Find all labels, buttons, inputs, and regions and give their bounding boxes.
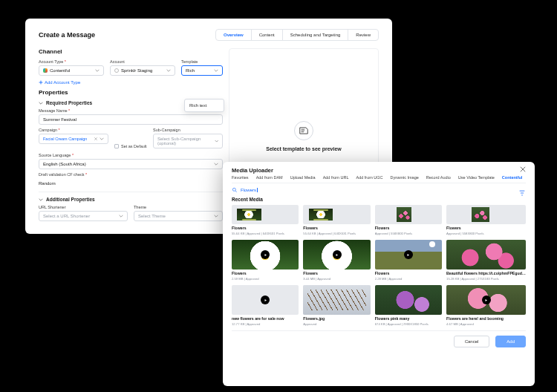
chevron-down-icon <box>214 214 218 218</box>
tab-add-from-url[interactable]: Add from URL <box>323 175 349 180</box>
tab-video-template[interactable]: Use Video Template <box>458 175 495 180</box>
play-icon <box>333 250 342 259</box>
filter-button[interactable] <box>518 186 526 194</box>
media-card[interactable]: Flowers are here! and booming4.67 MB | A… <box>446 285 526 326</box>
tab-add-from-dam[interactable]: Add from DAM <box>256 175 283 180</box>
subcampaign-label: Sub-Campaign <box>153 128 223 132</box>
source-language-label: Source Language * <box>39 153 223 157</box>
media-card[interactable]: FlowersApproved | 558X800 Pixels <box>375 205 442 235</box>
media-card[interactable]: Flowers55.64 KB | Approved | 640X631 Pix… <box>232 205 299 235</box>
message-name-input[interactable]: Summer Festival <box>39 114 223 125</box>
properties-heading: Properties <box>39 89 223 96</box>
add-account-type-link[interactable]: Add Account Type <box>39 80 223 85</box>
subcampaign-select[interactable]: Select Sub-Campaign (optional) <box>153 134 223 148</box>
tab-review[interactable]: Review <box>348 30 378 40</box>
account-select[interactable]: Sprinklr Staging <box>110 65 175 76</box>
template-placeholder-icon <box>294 121 313 140</box>
chevron-down-icon <box>166 68 171 73</box>
step-tabs: Overview Content Scheduling and Targetin… <box>215 29 379 41</box>
tab-add-from-ugc[interactable]: Add from UGC <box>356 175 383 180</box>
preview-empty-text: Select template to see preview <box>266 146 342 151</box>
account-type-label: Account Type * <box>39 59 104 64</box>
play-icon <box>404 250 413 259</box>
uploader-tabs: Favorites Add from DAM Upload Media Add … <box>232 175 526 183</box>
media-card[interactable]: Flowers2.59 MB | Approved <box>232 240 299 281</box>
media-card[interactable]: Flowers55.64 KB | Approved | 640X631 Pix… <box>303 205 370 235</box>
add-button[interactable]: Add <box>495 336 526 347</box>
channel-heading: Channel <box>39 48 223 55</box>
account-type-select[interactable]: Contentful <box>39 65 104 76</box>
account-avatar-icon <box>114 68 119 73</box>
tab-contentful[interactable]: Contentful <box>502 175 523 180</box>
template-select[interactable]: Rich <box>181 65 223 76</box>
play-icon <box>261 295 270 304</box>
uploader-title: Media Uploader <box>232 167 273 174</box>
media-card[interactable]: Flowers.jpgApproved <box>303 285 370 326</box>
recent-media-heading: Recent Media <box>232 197 526 202</box>
close-button[interactable] <box>520 166 526 174</box>
media-card[interactable]: Beautiful flowers https://t.co/phmFPEgud… <box>446 240 526 281</box>
chevron-down-icon <box>39 197 43 202</box>
theme-select[interactable]: Select Theme <box>134 211 223 221</box>
theme-label: Theme <box>134 205 223 209</box>
draft-validation-select[interactable]: Random <box>39 178 223 189</box>
media-card[interactable]: Flowers pink many674 KB | Approved | 290… <box>375 285 442 326</box>
campaign-label: Campaign * <box>39 128 108 132</box>
plus-icon <box>39 80 43 85</box>
url-shortener-label: URL Shortener <box>39 205 128 209</box>
chevron-down-icon <box>39 101 43 105</box>
tab-dynamic-image[interactable]: Dynamic Image <box>391 175 419 180</box>
cancel-button[interactable]: Cancel <box>454 336 490 347</box>
tab-content[interactable]: Content <box>252 30 283 40</box>
page-title: Create a Message <box>39 31 95 39</box>
form-column: Channel Account Type * Contentful Accoun… <box>39 48 223 223</box>
additional-properties-header[interactable]: Additional Properties <box>39 197 223 202</box>
source-language-select[interactable]: English (South Africa) <box>39 159 223 169</box>
campaign-select[interactable]: Facial Cream Campaign <box>39 134 108 144</box>
tab-record-audio[interactable]: Record Audio <box>426 175 451 180</box>
search-icon <box>232 187 238 193</box>
search-input[interactable]: Flowers​ <box>241 188 515 192</box>
chevron-down-icon <box>214 162 218 166</box>
media-card[interactable]: Flowers3.44 MB | Approved <box>303 240 370 281</box>
media-card[interactable]: FlowersApproved | 558X800 Pixels <box>446 205 526 235</box>
media-uploader-modal: Media Uploader Favorites Add from DAM Up… <box>223 162 535 386</box>
media-grid: Flowers55.64 KB | Approved | 640X631 Pix… <box>232 205 526 326</box>
chevron-down-icon <box>95 68 100 73</box>
url-shortener-select[interactable]: Select a URL Shortener <box>39 211 128 221</box>
tab-overview[interactable]: Overview <box>216 30 252 40</box>
chevron-down-icon <box>214 68 218 73</box>
tab-favorites[interactable]: Favorites <box>232 175 249 180</box>
set-default-checkbox[interactable]: Set as Default <box>114 144 147 148</box>
media-card[interactable]: Flowers2.28 MB | Approved <box>375 240 442 281</box>
draft-validation-label: Draft validation CF check * <box>39 172 223 177</box>
tab-upload-media[interactable]: Upload Media <box>290 175 316 180</box>
tab-scheduling[interactable]: Scheduling and Targeting <box>283 30 349 40</box>
chevron-down-icon <box>215 139 218 143</box>
close-icon <box>520 166 526 172</box>
play-icon <box>482 295 491 304</box>
contentful-icon <box>43 68 48 73</box>
template-label: Template <box>181 59 223 64</box>
account-label: Account <box>110 59 175 64</box>
template-option-richtext[interactable]: Rich text <box>185 101 224 110</box>
template-dropdown-panel: Rich text <box>184 99 224 112</box>
filter-icon <box>518 189 526 197</box>
svg-point-0 <box>232 188 235 191</box>
chevron-down-icon <box>100 137 104 141</box>
media-card[interactable]: new flowers are for sale now12.77 KB | A… <box>232 285 299 326</box>
chevron-down-icon <box>119 214 123 218</box>
clear-icon[interactable] <box>94 137 98 141</box>
